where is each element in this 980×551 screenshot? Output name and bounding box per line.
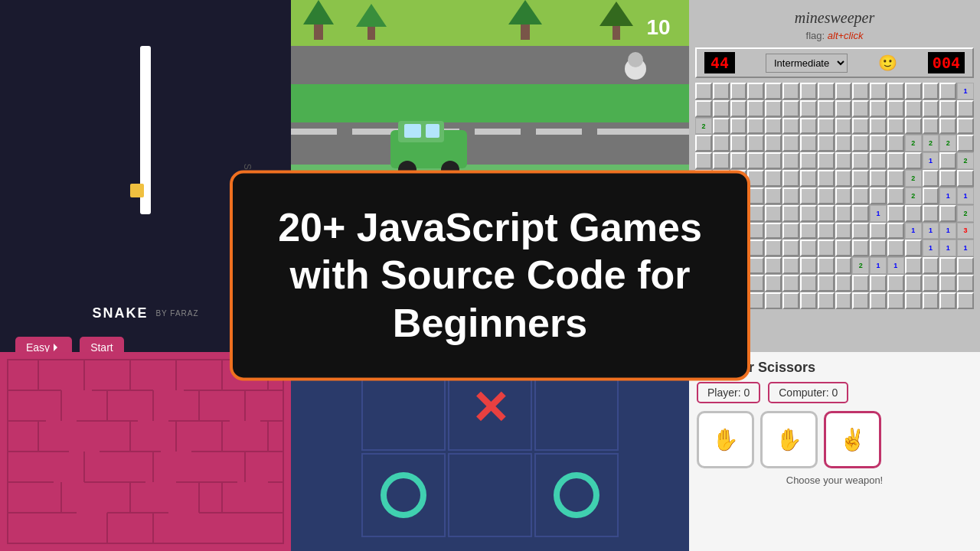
ms-cell[interactable] xyxy=(747,135,764,152)
ms-cell[interactable] xyxy=(730,152,747,169)
ms-cell[interactable]: 1 xyxy=(887,257,904,274)
ms-cell[interactable] xyxy=(939,118,956,135)
ms-cell[interactable] xyxy=(747,83,764,99)
ms-cell[interactable] xyxy=(923,187,939,204)
ms-cell[interactable]: 1 xyxy=(870,205,887,222)
ms-cell[interactable] xyxy=(713,118,730,135)
ms-cell[interactable] xyxy=(713,135,730,152)
ms-cell[interactable] xyxy=(730,100,747,117)
ms-cell[interactable] xyxy=(835,83,852,99)
ms-cell[interactable] xyxy=(887,100,904,117)
ms-cell[interactable] xyxy=(887,118,904,135)
ms-cell[interactable] xyxy=(782,83,799,99)
ms-cell[interactable] xyxy=(730,135,747,152)
ms-cell[interactable] xyxy=(905,152,922,169)
ms-cell[interactable] xyxy=(923,170,939,187)
ms-cell[interactable]: 1 xyxy=(923,152,939,169)
rps-rock-button[interactable]: ✋ xyxy=(697,411,754,468)
ms-cell[interactable] xyxy=(887,83,904,99)
ms-cell[interactable] xyxy=(852,223,869,240)
ms-cell[interactable] xyxy=(747,118,764,135)
ms-cell[interactable] xyxy=(852,187,869,204)
ms-cell[interactable] xyxy=(870,275,887,292)
ms-cell[interactable]: 2 xyxy=(957,152,974,169)
ms-cell[interactable] xyxy=(765,292,782,309)
ms-cell[interactable] xyxy=(852,275,869,292)
ms-cell[interactable] xyxy=(957,135,974,152)
rps-scissors-button[interactable]: ✌️ xyxy=(824,411,881,468)
ms-cell[interactable] xyxy=(800,83,817,99)
ms-cell[interactable] xyxy=(765,205,782,222)
ms-cell[interactable] xyxy=(957,275,974,292)
ms-cell[interactable] xyxy=(765,240,782,256)
ms-cell[interactable] xyxy=(905,292,922,309)
ms-cell[interactable] xyxy=(939,152,956,169)
ms-cell[interactable] xyxy=(730,118,747,135)
ms-cell[interactable] xyxy=(800,292,817,309)
ms-cell[interactable]: 1 xyxy=(923,240,939,256)
ms-cell[interactable] xyxy=(923,292,939,309)
ms-cell[interactable] xyxy=(939,275,956,292)
ms-cell[interactable] xyxy=(887,135,904,152)
ms-cell[interactable] xyxy=(782,100,799,117)
ms-cell[interactable] xyxy=(818,292,835,309)
ms-cell[interactable] xyxy=(800,135,817,152)
ms-cell[interactable] xyxy=(818,100,835,117)
ms-cell[interactable] xyxy=(923,118,939,135)
ms-cell[interactable] xyxy=(800,187,817,204)
ms-cell[interactable] xyxy=(782,275,799,292)
ms-cell[interactable]: 1 xyxy=(939,240,956,256)
ms-cell[interactable] xyxy=(782,187,799,204)
ms-cell[interactable] xyxy=(939,83,956,99)
ms-cell[interactable] xyxy=(782,152,799,169)
ms-cell[interactable] xyxy=(747,152,764,169)
ms-cell[interactable]: 1 xyxy=(905,223,922,240)
ms-cell[interactable] xyxy=(818,275,835,292)
ms-cell[interactable]: 2 xyxy=(695,118,712,135)
ms-cell[interactable] xyxy=(852,170,869,187)
ms-cell[interactable] xyxy=(957,118,974,135)
ms-cell[interactable] xyxy=(905,240,922,256)
ms-cell[interactable] xyxy=(852,135,869,152)
ms-cell[interactable] xyxy=(730,83,747,99)
ms-cell[interactable] xyxy=(870,152,887,169)
ms-cell[interactable] xyxy=(782,292,799,309)
ms-cell[interactable] xyxy=(765,275,782,292)
ms-cell[interactable] xyxy=(835,135,852,152)
ms-cell[interactable] xyxy=(923,83,939,99)
ms-cell[interactable] xyxy=(905,205,922,222)
ms-cell[interactable] xyxy=(870,118,887,135)
ms-cell[interactable] xyxy=(870,170,887,187)
ms-cell[interactable] xyxy=(818,170,835,187)
ms-cell[interactable] xyxy=(905,118,922,135)
ms-cell[interactable] xyxy=(835,292,852,309)
ms-cell[interactable] xyxy=(800,100,817,117)
ms-cell[interactable]: 3 xyxy=(957,223,974,240)
ms-cell[interactable] xyxy=(835,118,852,135)
ms-cell[interactable] xyxy=(818,205,835,222)
ms-cell[interactable] xyxy=(835,275,852,292)
ms-cell[interactable] xyxy=(818,257,835,274)
ms-cell[interactable] xyxy=(835,205,852,222)
ms-cell[interactable] xyxy=(870,100,887,117)
ms-cell[interactable] xyxy=(887,152,904,169)
ms-cell[interactable] xyxy=(818,118,835,135)
ms-cell[interactable] xyxy=(800,152,817,169)
ms-cell[interactable] xyxy=(923,275,939,292)
ms-cell[interactable] xyxy=(905,100,922,117)
ms-cell[interactable] xyxy=(939,100,956,117)
ms-cell[interactable] xyxy=(695,100,712,117)
ms-cell[interactable] xyxy=(782,223,799,240)
ms-cell[interactable] xyxy=(765,152,782,169)
ms-cell[interactable] xyxy=(835,257,852,274)
ms-cell[interactable] xyxy=(818,240,835,256)
ms-cell[interactable] xyxy=(887,187,904,204)
ms-cell[interactable] xyxy=(765,118,782,135)
ms-cell[interactable] xyxy=(713,152,730,169)
ms-cell[interactable] xyxy=(818,187,835,204)
ms-cell[interactable] xyxy=(765,223,782,240)
ms-cell[interactable] xyxy=(800,118,817,135)
ms-cell[interactable] xyxy=(765,135,782,152)
ms-cell[interactable]: 1 xyxy=(870,257,887,274)
ms-cell[interactable] xyxy=(782,135,799,152)
